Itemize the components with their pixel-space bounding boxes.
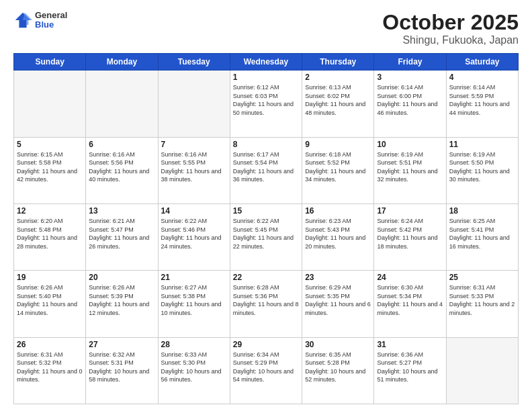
day-header-saturday: Saturday xyxy=(446,54,518,71)
calendar-cell xyxy=(158,71,230,137)
day-header-thursday: Thursday xyxy=(302,54,374,71)
calendar-cell xyxy=(86,71,158,137)
day-info: Sunrise: 6:28 AM Sunset: 5:36 PM Dayligh… xyxy=(233,283,299,317)
day-info: Sunrise: 6:26 AM Sunset: 5:40 PM Dayligh… xyxy=(17,283,83,317)
day-number: 4 xyxy=(449,73,515,82)
day-header-friday: Friday xyxy=(374,54,446,71)
day-info: Sunrise: 6:19 AM Sunset: 5:51 PM Dayligh… xyxy=(377,150,443,184)
day-info: Sunrise: 6:27 AM Sunset: 5:38 PM Dayligh… xyxy=(161,283,227,317)
day-number: 31 xyxy=(377,340,443,349)
day-number: 10 xyxy=(377,140,443,149)
calendar-cell: 7Sunrise: 6:16 AM Sunset: 5:55 PM Daylig… xyxy=(158,137,230,203)
day-info: Sunrise: 6:33 AM Sunset: 5:30 PM Dayligh… xyxy=(161,351,227,384)
day-info: Sunrise: 6:14 AM Sunset: 5:59 PM Dayligh… xyxy=(449,83,515,117)
calendar-cell: 2Sunrise: 6:13 AM Sunset: 6:02 PM Daylig… xyxy=(302,71,374,137)
day-number: 29 xyxy=(233,340,299,349)
calendar-cell: 26Sunrise: 6:31 AM Sunset: 5:32 PM Dayli… xyxy=(14,337,86,404)
calendar-cell: 12Sunrise: 6:20 AM Sunset: 5:48 PM Dayli… xyxy=(14,203,86,270)
day-number: 17 xyxy=(377,206,443,216)
day-info: Sunrise: 6:12 AM Sunset: 6:03 PM Dayligh… xyxy=(233,83,299,117)
day-number: 21 xyxy=(161,273,227,282)
day-number: 12 xyxy=(17,206,83,216)
day-header-monday: Monday xyxy=(86,54,158,71)
calendar-cell: 30Sunrise: 6:35 AM Sunset: 5:28 PM Dayli… xyxy=(302,337,374,404)
calendar-cell xyxy=(446,337,518,404)
logo-general: General xyxy=(35,11,67,20)
day-number: 20 xyxy=(89,273,154,282)
title-area: October 2025 Shingu, Fukuoka, Japan xyxy=(382,11,519,46)
day-number: 11 xyxy=(449,140,515,149)
calendar-title: October 2025 xyxy=(382,11,519,34)
calendar-cell: 11Sunrise: 6:19 AM Sunset: 5:50 PM Dayli… xyxy=(446,137,518,203)
day-number: 26 xyxy=(17,340,83,349)
day-info: Sunrise: 6:16 AM Sunset: 5:55 PM Dayligh… xyxy=(161,150,227,184)
calendar-cell: 21Sunrise: 6:27 AM Sunset: 5:38 PM Dayli… xyxy=(158,271,230,337)
calendar-cell: 23Sunrise: 6:29 AM Sunset: 5:35 PM Dayli… xyxy=(302,271,374,337)
calendar-cell: 6Sunrise: 6:16 AM Sunset: 5:56 PM Daylig… xyxy=(86,137,158,203)
day-number: 8 xyxy=(233,140,299,149)
day-info: Sunrise: 6:31 AM Sunset: 5:32 PM Dayligh… xyxy=(17,351,83,384)
calendar-cell: 17Sunrise: 6:24 AM Sunset: 5:42 PM Dayli… xyxy=(374,203,446,270)
day-info: Sunrise: 6:30 AM Sunset: 5:34 PM Dayligh… xyxy=(377,283,443,317)
logo-blue: Blue xyxy=(35,20,67,30)
calendar-cell: 19Sunrise: 6:26 AM Sunset: 5:40 PM Dayli… xyxy=(14,271,86,337)
day-number: 25 xyxy=(449,273,515,282)
logo: General Blue xyxy=(13,11,67,30)
day-number: 24 xyxy=(377,273,443,282)
calendar-cell: 14Sunrise: 6:22 AM Sunset: 5:46 PM Dayli… xyxy=(158,203,230,270)
day-info: Sunrise: 6:13 AM Sunset: 6:02 PM Dayligh… xyxy=(305,83,371,117)
day-number: 16 xyxy=(305,206,371,216)
day-number: 30 xyxy=(305,340,371,349)
calendar-table: SundayMondayTuesdayWednesdayThursdayFrid… xyxy=(13,53,519,404)
calendar-week-3: 19Sunrise: 6:26 AM Sunset: 5:40 PM Dayli… xyxy=(14,271,519,337)
calendar-cell: 15Sunrise: 6:22 AM Sunset: 5:45 PM Dayli… xyxy=(230,203,302,270)
day-info: Sunrise: 6:32 AM Sunset: 5:31 PM Dayligh… xyxy=(89,351,154,384)
calendar-header-row: SundayMondayTuesdayWednesdayThursdayFrid… xyxy=(14,54,519,71)
calendar-cell: 22Sunrise: 6:28 AM Sunset: 5:36 PM Dayli… xyxy=(230,271,302,337)
day-number: 2 xyxy=(305,73,371,82)
day-info: Sunrise: 6:36 AM Sunset: 5:27 PM Dayligh… xyxy=(377,351,443,384)
calendar-week-4: 26Sunrise: 6:31 AM Sunset: 5:32 PM Dayli… xyxy=(14,337,519,404)
day-info: Sunrise: 6:29 AM Sunset: 5:35 PM Dayligh… xyxy=(305,283,371,317)
day-number: 7 xyxy=(161,140,227,149)
day-number: 27 xyxy=(89,340,154,349)
day-number: 13 xyxy=(89,206,154,216)
day-number: 19 xyxy=(17,273,83,282)
day-header-tuesday: Tuesday xyxy=(158,54,230,71)
day-info: Sunrise: 6:22 AM Sunset: 5:45 PM Dayligh… xyxy=(233,217,299,250)
day-number: 9 xyxy=(305,140,371,149)
day-header-wednesday: Wednesday xyxy=(230,54,302,71)
day-info: Sunrise: 6:20 AM Sunset: 5:48 PM Dayligh… xyxy=(17,217,83,250)
calendar-cell: 29Sunrise: 6:34 AM Sunset: 5:29 PM Dayli… xyxy=(230,337,302,404)
calendar-week-0: 1Sunrise: 6:12 AM Sunset: 6:03 PM Daylig… xyxy=(14,71,519,137)
page: General Blue October 2025 Shingu, Fukuok… xyxy=(0,0,532,411)
day-number: 22 xyxy=(233,273,299,282)
day-info: Sunrise: 6:18 AM Sunset: 5:52 PM Dayligh… xyxy=(305,150,371,184)
header: General Blue October 2025 Shingu, Fukuok… xyxy=(13,11,519,46)
calendar-week-2: 12Sunrise: 6:20 AM Sunset: 5:48 PM Dayli… xyxy=(14,203,519,270)
day-info: Sunrise: 6:24 AM Sunset: 5:42 PM Dayligh… xyxy=(377,217,443,250)
day-number: 28 xyxy=(161,340,227,349)
calendar-cell: 1Sunrise: 6:12 AM Sunset: 6:03 PM Daylig… xyxy=(230,71,302,137)
day-number: 14 xyxy=(161,206,227,216)
day-info: Sunrise: 6:19 AM Sunset: 5:50 PM Dayligh… xyxy=(449,150,515,184)
calendar-cell: 20Sunrise: 6:26 AM Sunset: 5:39 PM Dayli… xyxy=(86,271,158,337)
day-number: 3 xyxy=(377,73,443,82)
day-info: Sunrise: 6:35 AM Sunset: 5:28 PM Dayligh… xyxy=(305,351,371,384)
calendar-cell: 10Sunrise: 6:19 AM Sunset: 5:51 PM Dayli… xyxy=(374,137,446,203)
day-number: 6 xyxy=(89,140,154,149)
logo-icon xyxy=(13,11,32,30)
calendar-cell: 27Sunrise: 6:32 AM Sunset: 5:31 PM Dayli… xyxy=(86,337,158,404)
calendar-cell xyxy=(14,71,86,137)
calendar-cell: 24Sunrise: 6:30 AM Sunset: 5:34 PM Dayli… xyxy=(374,271,446,337)
day-info: Sunrise: 6:22 AM Sunset: 5:46 PM Dayligh… xyxy=(161,217,227,250)
calendar-cell: 5Sunrise: 6:15 AM Sunset: 5:58 PM Daylig… xyxy=(14,137,86,203)
day-info: Sunrise: 6:17 AM Sunset: 5:54 PM Dayligh… xyxy=(233,150,299,184)
day-header-sunday: Sunday xyxy=(14,54,86,71)
calendar-cell: 13Sunrise: 6:21 AM Sunset: 5:47 PM Dayli… xyxy=(86,203,158,270)
day-info: Sunrise: 6:23 AM Sunset: 5:43 PM Dayligh… xyxy=(305,217,371,250)
day-info: Sunrise: 6:31 AM Sunset: 5:33 PM Dayligh… xyxy=(449,283,515,317)
calendar-subtitle: Shingu, Fukuoka, Japan xyxy=(382,34,519,46)
calendar-cell: 31Sunrise: 6:36 AM Sunset: 5:27 PM Dayli… xyxy=(374,337,446,404)
calendar-week-1: 5Sunrise: 6:15 AM Sunset: 5:58 PM Daylig… xyxy=(14,137,519,203)
